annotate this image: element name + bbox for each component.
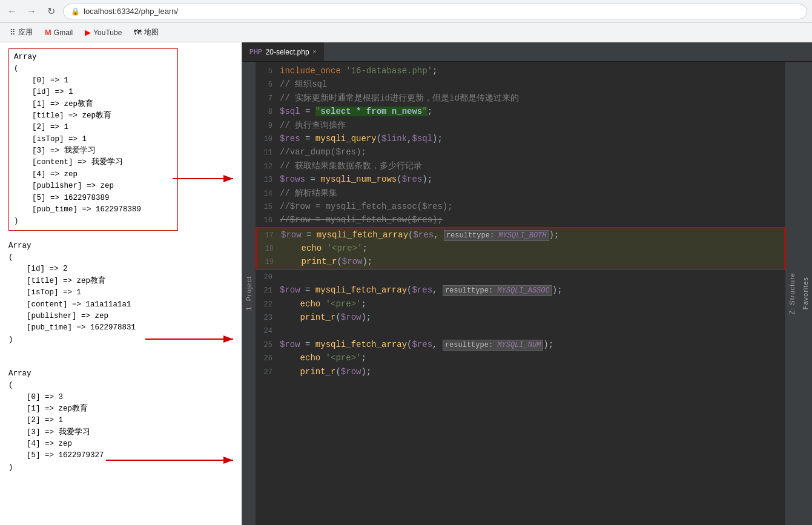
code-line-19: 19 print_r($row); [257, 255, 784, 268]
maps-icon: 🗺 [134, 28, 142, 37]
tab-php-icon: PHP [249, 48, 262, 55]
back-button[interactable]: ← [5, 4, 19, 19]
code-line-26: 26 echo '<pre>'; [256, 351, 785, 365]
bookmarks-bar: ⠿ 应用 M Gmail ▶ YouTube 🗺 地图 [0, 23, 812, 42]
code-line-27: 27 print_r($row); [256, 365, 785, 378]
code-line-7: 7 // 实际更新时通常是根据id进行更新，但是id都是传递过来的 [256, 91, 785, 105]
project-label: 1: Project [245, 276, 253, 310]
side-label-project: 1: Project [242, 62, 256, 525]
code-line-6: 6 // 组织sql [256, 78, 785, 91]
youtube-label: YouTube [93, 28, 122, 37]
youtube-icon: ▶ [85, 28, 91, 37]
code-line-13: 13 $rows = mysqli_num_rows($res); [256, 173, 785, 186]
apps-label: 应用 [18, 27, 33, 38]
code-line-10: 10 $res = mysqli_query($link,$sql); [256, 132, 785, 145]
array-output-1: Array ( [0] => 1 [id] => 1 [1] => zep教育 … [14, 51, 173, 228]
code-line-11: 11 //var_dump($res); [256, 145, 785, 159]
url-text: localhost:63342/php_learn/ [84, 7, 178, 16]
code-line-18: 18 echo '<pre>'; [257, 242, 784, 255]
code-line-24: 24 [256, 324, 785, 337]
code-line-14: 14 // 解析结果集 [256, 187, 785, 200]
address-bar[interactable]: 🔒 localhost:63342/php_learn/ [63, 4, 807, 19]
ide-panel: PHP 20-select.php × 1: Project 5 include… [242, 42, 812, 525]
code-line-20: 20 [256, 270, 785, 283]
bookmark-gmail[interactable]: M Gmail [40, 27, 78, 38]
code-line-22: 22 echo '<pre>'; [256, 297, 785, 311]
side-label-structure: Z: Structure [785, 62, 799, 525]
code-area[interactable]: 5 include_once '16-database.php'; 6 // 组… [256, 62, 785, 525]
tab-20-select[interactable]: PHP 20-select.php × [242, 42, 324, 61]
side-label-favorites: Favorites [799, 62, 812, 525]
highlight-section: 17 $row = mysqli_fetch_array($res, resul… [256, 227, 785, 270]
code-line-8: 8 $sql = "select * from n_news"; [256, 105, 785, 118]
maps-label: 地图 [144, 27, 159, 38]
tab-label: 20-select.php [266, 48, 309, 56]
forward-button[interactable]: → [24, 4, 39, 19]
bookmark-apps[interactable]: ⠿ 应用 [5, 26, 38, 39]
code-line-5: 5 include_once '16-database.php'; [256, 64, 785, 78]
favorites-label: Favorites [802, 277, 809, 309]
gmail-icon: M [45, 28, 51, 37]
browser-bar: ← → ↻ 🔒 localhost:63342/php_learn/ [0, 0, 812, 23]
code-line-17: 17 $row = mysqli_fetch_array($res, resul… [257, 228, 784, 242]
code-line-21: 21 $row = mysqli_fetch_array($res, resul… [256, 283, 785, 297]
code-line-23: 23 print_r($row); [256, 311, 785, 324]
apps-icon: ⠿ [10, 28, 16, 37]
code-line-9: 9 // 执行查询操作 [256, 119, 785, 132]
ide-body: 1: Project 5 include_once '16-database.p… [242, 62, 812, 525]
array-block-1: Array ( [0] => 1 [id] => 1 [1] => zep教育 … [8, 48, 178, 231]
tab-close-btn[interactable]: × [313, 48, 317, 55]
array-block-2: Array ( [id] => 2 [title] => zep教育 [isTo… [8, 240, 233, 346]
code-line-12: 12 // 获取结果集数据条数，多少行记录 [256, 159, 785, 173]
browser-output: Array ( [0] => 1 [id] => 1 [1] => zep教育 … [0, 42, 242, 525]
array-block-3: Array ( [0] => 3 [1] => zep教育 [2] => 1 [… [8, 368, 233, 474]
refresh-button[interactable]: ↻ [44, 4, 58, 19]
code-line-15: 15 //$row = mysqli_fetch_assoc($res); [256, 200, 785, 213]
main-area: Array ( [0] => 1 [id] => 1 [1] => zep教育 … [0, 42, 812, 525]
structure-label: Z: Structure [788, 272, 796, 314]
bookmark-youtube[interactable]: ▶ YouTube [80, 27, 127, 38]
array-output-3: Array ( [0] => 3 [1] => zep教育 [2] => 1 [… [8, 368, 233, 474]
code-line-16: 16 //$row = mysqli_fetch_row($res); [256, 213, 785, 226]
gmail-label: Gmail [54, 28, 73, 37]
code-line-25: 25 $row = mysqli_fetch_array($res, resul… [256, 338, 785, 351]
ide-tabs: PHP 20-select.php × [242, 42, 812, 62]
array-output-2: Array ( [id] => 2 [title] => zep教育 [isTo… [8, 240, 233, 346]
bookmark-maps[interactable]: 🗺 地图 [129, 26, 163, 39]
